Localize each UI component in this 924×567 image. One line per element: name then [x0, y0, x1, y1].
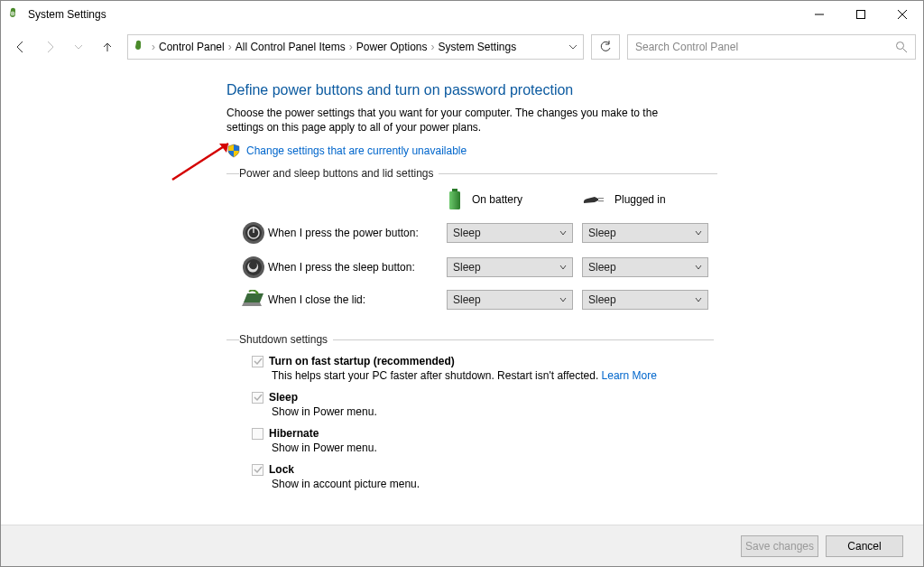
- search-placeholder: Search Control Panel: [635, 41, 738, 53]
- maximize-button[interactable]: [840, 1, 882, 28]
- svg-rect-2: [857, 11, 865, 19]
- check-icon: [254, 393, 263, 402]
- control-panel-icon: [134, 40, 148, 54]
- breadcrumb-separator: ›: [349, 41, 353, 53]
- breadcrumb-separator: ›: [430, 41, 434, 53]
- chevron-down-icon[interactable]: [568, 42, 578, 51]
- breadcrumb-label: Control Panel: [159, 41, 225, 53]
- svg-rect-10: [598, 198, 604, 199]
- svg-point-0: [11, 12, 15, 16]
- sleep-sub: Show in Power menu.: [252, 405, 714, 418]
- plugged-in-label: Plugged in: [614, 193, 666, 206]
- minimize-icon: [815, 10, 824, 19]
- chevron-down-icon: [695, 264, 702, 271]
- up-arrow-icon: [100, 40, 115, 54]
- fast-startup-checkbox[interactable]: [252, 356, 263, 367]
- svg-rect-11: [598, 200, 604, 201]
- power-button-plugged-select[interactable]: Sleep: [582, 223, 708, 243]
- fast-startup-sub: This helps start your PC faster after sh…: [252, 369, 714, 382]
- lock-title: Lock: [269, 463, 294, 476]
- sleep-button-icon: [242, 256, 265, 279]
- select-value: Sleep: [588, 261, 616, 274]
- address-bar[interactable]: › Control Panel › All Control Panel Item…: [127, 34, 584, 60]
- close-button[interactable]: [882, 1, 923, 28]
- plugged-in-header: Plugged in: [582, 189, 717, 210]
- close-lid-plugged-select[interactable]: Sleep: [582, 290, 708, 310]
- back-arrow-icon: [14, 40, 28, 54]
- navbar: › Control Panel › All Control Panel Item…: [1, 28, 923, 66]
- laptop-lid-icon: [240, 290, 267, 310]
- breadcrumb-label: Power Options: [356, 41, 428, 53]
- breadcrumb-item[interactable]: Control Panel: [159, 41, 225, 53]
- lock-item: Lock Show in account picture menu.: [252, 463, 714, 490]
- close-lid-label: When I close the lid:: [268, 293, 447, 306]
- svg-rect-9: [449, 191, 460, 209]
- change-settings-link[interactable]: Change settings that are currently unava…: [246, 144, 467, 157]
- content-area: Define power buttons and turn on passwor…: [1, 66, 923, 525]
- close-lid-battery-select[interactable]: Sleep: [447, 290, 573, 310]
- cancel-button[interactable]: Cancel: [826, 535, 903, 557]
- power-buttons-legend: Power and sleep buttons and lid settings: [239, 167, 439, 180]
- breadcrumb-label: System Settings: [438, 41, 516, 53]
- fast-startup-item: Turn on fast startup (recommended) This …: [252, 355, 714, 382]
- svg-line-6: [903, 49, 907, 52]
- fast-startup-text: This helps start your PC faster after sh…: [272, 369, 598, 382]
- page-heading: Define power buttons and turn on passwor…: [226, 82, 923, 98]
- chevron-down-icon: [74, 42, 83, 51]
- breadcrumb-item[interactable]: System Settings: [438, 41, 516, 53]
- check-icon: [254, 465, 263, 474]
- sleep-button-plugged-select[interactable]: Sleep: [582, 257, 708, 277]
- sleep-button-row: When I press the sleep button: Sleep Sle…: [239, 256, 717, 279]
- on-battery-label: On battery: [472, 193, 522, 206]
- refresh-icon: [599, 41, 612, 53]
- chevron-down-icon: [559, 296, 567, 303]
- sleep-checkbox[interactable]: [252, 392, 263, 404]
- power-button-icon: [242, 221, 265, 245]
- breadcrumb-separator: ›: [152, 41, 155, 53]
- column-headers: On battery Plugged in: [239, 189, 717, 210]
- sleep-button-label: When I press the sleep button:: [268, 261, 447, 274]
- breadcrumb-item[interactable]: All Control Panel Items: [236, 41, 346, 53]
- select-value: Sleep: [453, 227, 481, 239]
- window: System Settings: [0, 0, 924, 567]
- lock-sub: Show in account picture menu.: [252, 478, 714, 490]
- lock-checkbox[interactable]: [252, 464, 263, 476]
- chevron-down-icon: [695, 229, 702, 237]
- sleep-button-battery-select[interactable]: Sleep: [447, 257, 573, 277]
- chevron-down-icon: [695, 296, 702, 303]
- close-lid-row: When I close the lid: Sleep Sleep: [239, 290, 717, 310]
- minimize-button[interactable]: [799, 1, 840, 28]
- chevron-down-icon: [559, 264, 567, 271]
- search-input[interactable]: Search Control Panel: [627, 34, 916, 60]
- recent-button[interactable]: [66, 34, 91, 60]
- footer: Save changes Cancel: [1, 525, 923, 566]
- sleep-title: Sleep: [269, 391, 298, 404]
- power-button-battery-select[interactable]: Sleep: [447, 223, 573, 243]
- forward-arrow-icon: [42, 40, 57, 54]
- sleep-item: Sleep Show in Power menu.: [252, 391, 714, 418]
- breadcrumb-label: All Control Panel Items: [236, 41, 346, 53]
- shutdown-settings-fieldset: Shutdown settings Turn on fast startup (…: [226, 333, 714, 499]
- back-button[interactable]: [8, 34, 33, 60]
- power-buttons-fieldset: Power and sleep buttons and lid settings…: [226, 167, 717, 321]
- search-icon: [895, 41, 908, 53]
- learn-more-link[interactable]: Learn More: [602, 369, 657, 382]
- select-value: Sleep: [453, 261, 481, 274]
- window-controls: [799, 1, 923, 28]
- save-button[interactable]: Save changes: [741, 535, 818, 557]
- hibernate-item: Hibernate Show in Power menu.: [252, 427, 714, 454]
- refresh-button[interactable]: [591, 34, 620, 60]
- power-button-row: When I press the power button: Sleep Sle…: [239, 221, 717, 245]
- hibernate-checkbox[interactable]: [252, 428, 263, 440]
- window-title: System Settings: [28, 8, 106, 21]
- forward-button[interactable]: [37, 34, 62, 60]
- titlebar: System Settings: [1, 1, 923, 28]
- select-value: Sleep: [453, 293, 481, 306]
- breadcrumb-separator: ›: [228, 41, 232, 53]
- chevron-down-icon: [559, 229, 567, 237]
- close-icon: [898, 10, 907, 19]
- up-button[interactable]: [95, 34, 120, 60]
- svg-point-5: [897, 42, 904, 50]
- plug-icon: [582, 192, 605, 207]
- breadcrumb-item[interactable]: Power Options: [356, 41, 428, 53]
